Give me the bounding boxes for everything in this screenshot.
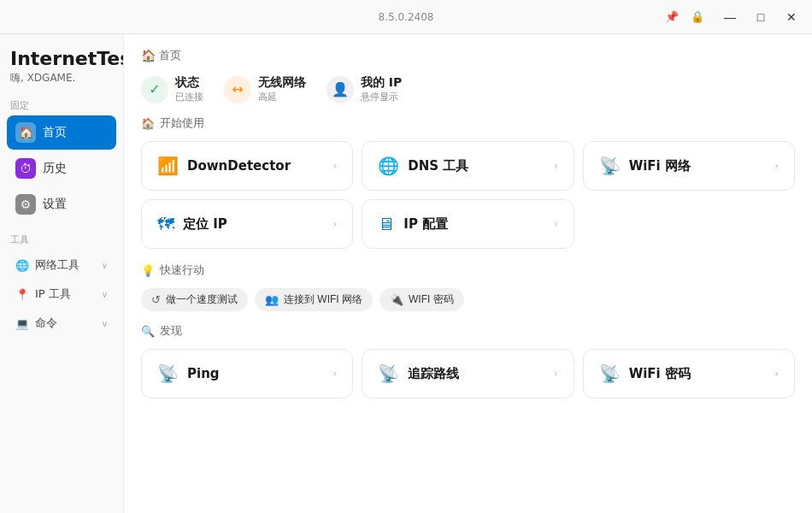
chevron-down-icon-cmd: ∨ [102,319,108,328]
status-sub: 已连接 [175,91,203,103]
connected-icon: ✓ [141,76,168,103]
status-title: 状态 [175,75,203,91]
card-traceroute[interactable]: 📡 追踪路线 › [362,349,574,398]
sidebar-item-command[interactable]: 💻 命令 ∨ [7,310,116,337]
app-subtitle: 嗨, XDGAME. [7,71,116,86]
chip-wifi-password-label: WIFI 密码 [409,292,454,307]
settings-icon: ⚙ [15,194,36,215]
dns-icon: 🌐 [378,156,399,176]
breadcrumb-home-icon: 🏠 [141,49,156,62]
get-started-icon: 🏠 [141,117,155,130]
main-content: 🏠 首页 ✓ 状态 已连接 ↔ 无线网络 高延 👤 [124,34,812,513]
discover-heading: 🔍 发现 [141,323,795,339]
arrow-icon-traceroute: › [554,368,558,380]
card-wifi-password2[interactable]: 📡 WiFi 密码 › [583,349,795,398]
chip-wifi-password[interactable]: 🔌 WIFI 密码 [380,288,464,311]
network-label: 网络工具 [35,257,79,273]
arrow-icon-ipconfig: › [554,218,558,230]
sidebar-item-settings[interactable]: ⚙ 设置 [7,187,116,221]
close-button[interactable]: ✕ [778,5,805,29]
quick-actions-heading: 💡 快速行动 [141,262,795,278]
status-item-wifi[interactable]: ↔ 无线网络 高延 [224,75,306,103]
arrow-icon-wifi: › [774,160,779,172]
chip-connect-wifi-label: 连接到 WIFI 网络 [284,292,362,307]
wifi-password2-label: WiFi 密码 [629,366,691,382]
arrow-icon-wifipw2: › [774,368,779,380]
card-dns[interactable]: 🌐 DNS 工具 › [362,141,574,191]
sidebar-item-ip[interactable]: 📍 IP 工具 ∨ [7,280,116,308]
chevron-down-icon: ∨ [102,261,108,270]
status-item-connected[interactable]: ✓ 状态 已连接 [141,75,203,103]
ip-config-icon: 🖥 [378,214,395,234]
card-wifi-network[interactable]: 📡 WiFi 网络 › [583,141,795,191]
wifi-status-icon: ↔ [224,76,251,103]
app-title: InternetTest [7,48,116,69]
chip-speed-test-label: 做一个速度测试 [166,292,238,307]
myip-sub: 悬停显示 [361,91,402,103]
app-body: InternetTest 嗨, XDGAME. 固定 🏠 首页 ⏱ 历史 ⚙ 设… [0,34,812,513]
sidebar-item-history-label: 历史 [43,161,67,176]
arrow-icon-ping: › [333,368,338,380]
chevron-down-icon-ip: ∨ [102,290,108,299]
history-icon: ⏱ [15,158,36,179]
pin-button[interactable]: 📌 [660,5,684,29]
home-icon: 🏠 [15,122,36,143]
connect-wifi-icon: 👥 [265,293,279,306]
wifi-status-sub: 高延 [258,91,306,103]
myip-title: 我的 IP [361,75,402,91]
sidebar-item-home-label: 首页 [43,125,67,140]
version-label: 8.5.0.2408 [379,11,434,23]
discover-icon: 🔍 [141,325,155,338]
dns-label: DNS 工具 [408,158,468,174]
wifi-status-title: 无线网络 [258,75,306,91]
command-label: 命令 [35,315,57,331]
status-item-myip[interactable]: 👤 我的 IP 悬停显示 [327,75,402,103]
status-row: ✓ 状态 已连接 ↔ 无线网络 高延 👤 我的 IP 悬停显示 [141,75,795,103]
downdetector-label: DownDetector [187,158,291,174]
downdetector-icon: 📶 [157,156,179,176]
sidebar-item-settings-label: 设置 [43,197,67,212]
network-icon: 🌐 [15,259,29,272]
myip-icon: 👤 [327,76,354,103]
quick-actions-label: 快速行动 [160,262,204,278]
minimize-button[interactable]: — [716,5,744,29]
get-started-heading: 🏠 开始使用 [141,115,795,131]
tools-label: 工具 [7,233,116,246]
card-locate-ip[interactable]: 🗺 定位 IP › [141,199,353,249]
wifi-network-icon: 📡 [599,156,621,176]
breadcrumb: 🏠 首页 [141,48,795,63]
sidebar-item-home[interactable]: 🏠 首页 [7,115,116,150]
ping-label: Ping [187,366,220,381]
lock-button[interactable]: 🔒 [685,5,709,29]
breadcrumb-text: 首页 [159,48,181,63]
chip-connect-wifi[interactable]: 👥 连接到 WIFI 网络 [255,288,373,311]
traceroute-label: 追踪路线 [408,366,459,382]
speed-test-icon: ↺ [151,293,161,306]
discover-label: 发现 [160,323,182,339]
card-downdetector[interactable]: 📶 DownDetector › [141,141,353,191]
card-ping[interactable]: 📡 Ping › [141,349,353,398]
traceroute-icon: 📡 [378,363,399,384]
card-ip-config[interactable]: 🖥 IP 配置 › [362,199,574,249]
sidebar: InternetTest 嗨, XDGAME. 固定 🏠 首页 ⏱ 历史 ⚙ 设… [0,34,124,513]
ip-config-label: IP 配置 [403,216,448,233]
chip-speed-test[interactable]: ↺ 做一个速度测试 [141,288,248,311]
command-icon: 💻 [15,317,29,330]
locate-ip-label: 定位 IP [183,216,227,233]
wifi-network-label: WiFi 网络 [629,158,691,174]
sidebar-item-network[interactable]: 🌐 网络工具 ∨ [7,251,116,279]
tool-cards-grid: 📶 DownDetector › 🌐 DNS 工具 › 📡 WiFi 网络 › [141,141,795,249]
quick-actions-row: ↺ 做一个速度测试 👥 连接到 WIFI 网络 🔌 WIFI 密码 [141,288,795,311]
locate-ip-icon: 🗺 [157,214,174,234]
titlebar: 8.5.0.2408 📌 🔒 — □ ✕ [0,0,812,34]
titlebar-icons: 📌 🔒 [660,5,709,29]
get-started-label: 开始使用 [160,115,204,131]
ip-label: IP 工具 [35,286,71,302]
ip-icon: 📍 [15,288,29,301]
fixed-label: 固定 [7,99,116,112]
maximize-button[interactable]: □ [747,5,774,29]
wifi-password-chip-icon: 🔌 [390,293,403,306]
sidebar-item-history[interactable]: ⏱ 历史 [7,151,116,186]
arrow-icon-dns: › [554,160,558,172]
arrow-icon-locate: › [333,218,338,230]
